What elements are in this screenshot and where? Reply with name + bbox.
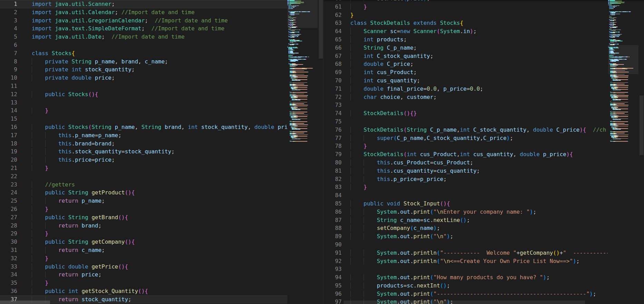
- code-line[interactable]: 31 return c_name;: [0, 246, 287, 254]
- code-line[interactable]: 5import java.util.Date; //Import date an…: [0, 33, 287, 41]
- line-number[interactable]: 31: [0, 246, 17, 254]
- code-line[interactable]: 16 public Stocks(String p_name, String b…: [0, 123, 287, 131]
- line-number[interactable]: 66: [324, 44, 342, 52]
- line-number[interactable]: 69: [324, 68, 342, 77]
- line-number[interactable]: 33: [0, 263, 17, 271]
- line-number[interactable]: 25: [0, 197, 17, 205]
- line-number[interactable]: 82: [324, 175, 342, 183]
- line-number[interactable]: 18: [0, 140, 17, 148]
- code-line[interactable]: 78 }: [324, 142, 608, 150]
- line-number[interactable]: 87: [324, 216, 342, 224]
- code-line[interactable]: 33 public double getPrice(){: [0, 263, 287, 271]
- line-number[interactable]: 80: [324, 159, 342, 167]
- code-line[interactable]: 76 StockDetails(String C_p_name,int C_st…: [324, 126, 608, 134]
- line-number[interactable]: 17: [0, 131, 17, 140]
- line-number[interactable]: 5: [0, 33, 17, 41]
- code-line[interactable]: 34 return price;: [0, 271, 287, 279]
- code-line[interactable]: 60 setPrice(price);: [324, 0, 608, 3]
- code-line[interactable]: 30 public String getCompany(){: [0, 238, 287, 246]
- code-line[interactable]: 92 System.out.println("\n<==Create Your …: [324, 257, 608, 265]
- line-number[interactable]: 7: [0, 49, 17, 58]
- code-line[interactable]: 8 private String p_name, brand, c_name;: [0, 58, 287, 66]
- line-number[interactable]: 14: [0, 107, 17, 115]
- code-line[interactable]: 18 this.brand=brand;: [0, 140, 287, 148]
- code-line[interactable]: 64 Scanner sc=new Scanner(System.in);: [324, 27, 608, 36]
- code-line[interactable]: 87 String c_name=sc.nextLine();: [324, 216, 608, 224]
- code-line[interactable]: 24 public String getProduct(){: [0, 189, 287, 197]
- line-number[interactable]: 8: [0, 58, 17, 66]
- code-line[interactable]: 61 }: [324, 3, 608, 11]
- line-number[interactable]: 15: [0, 115, 17, 123]
- code-line[interactable]: 6: [0, 41, 287, 49]
- right-minimap[interactable]: [608, 0, 638, 304]
- line-number[interactable]: 79: [324, 150, 342, 159]
- code-line[interactable]: 20 this.price=price;: [0, 156, 287, 164]
- line-number[interactable]: 77: [324, 134, 342, 142]
- code-line[interactable]: 94 System.out.print("How many products d…: [324, 273, 608, 282]
- line-number[interactable]: 61: [324, 3, 342, 11]
- code-line[interactable]: 4import java.text.SimpleDateFormat; //Im…: [0, 24, 287, 33]
- line-number[interactable]: 21: [0, 164, 17, 172]
- line-number[interactable]: 20: [0, 156, 17, 164]
- line-number[interactable]: 36: [0, 287, 17, 295]
- code-line[interactable]: 23 //getters: [0, 181, 287, 189]
- line-number[interactable]: 76: [324, 126, 342, 134]
- line-number[interactable]: 70: [324, 77, 342, 85]
- code-line[interactable]: 70 int cus_quantity;: [324, 77, 608, 85]
- code-line[interactable]: 79 StockDetails(int cus_Product,int cus_…: [324, 150, 608, 159]
- line-number[interactable]: 65: [324, 36, 342, 44]
- code-line[interactable]: 80 this.cus_Product=cus_Product;: [324, 159, 608, 167]
- line-number[interactable]: 35: [0, 279, 17, 287]
- line-number[interactable]: 12: [0, 90, 17, 99]
- line-number[interactable]: 13: [0, 99, 17, 107]
- line-number[interactable]: 34: [0, 271, 17, 279]
- line-number[interactable]: 96: [324, 290, 342, 298]
- code-line[interactable]: 85 public void Stock_Input(){: [324, 200, 608, 208]
- line-number[interactable]: 9: [0, 65, 17, 74]
- code-line[interactable]: 86 System.out.print("\nEnter your compan…: [324, 208, 608, 216]
- code-line[interactable]: 2import java.util.Calendar; //Import dat…: [0, 8, 287, 17]
- line-number[interactable]: 84: [324, 191, 342, 200]
- code-line[interactable]: 13: [0, 99, 287, 107]
- right-vertical-scrollbar[interactable]: [639, 0, 644, 304]
- code-line[interactable]: 9 private int stock_quantity;: [0, 65, 287, 74]
- code-line[interactable]: 65 int products;: [324, 36, 608, 44]
- code-line[interactable]: 28 return brand;: [0, 222, 287, 230]
- code-line[interactable]: 88 setCompany(c_name);: [324, 224, 608, 232]
- code-line[interactable]: 15: [0, 115, 287, 123]
- line-number[interactable]: 30: [0, 238, 17, 246]
- line-number[interactable]: 6: [0, 41, 17, 49]
- code-line[interactable]: 82 this.p_price=p_price;: [324, 175, 608, 183]
- line-number[interactable]: 10: [0, 74, 17, 82]
- code-line[interactable]: 11: [0, 82, 287, 90]
- code-line[interactable]: 93: [324, 265, 608, 273]
- code-line[interactable]: 26 }: [0, 205, 287, 213]
- left-vertical-scrollbar-thumb[interactable]: [319, 0, 323, 59]
- line-number[interactable]: 93: [324, 265, 342, 273]
- line-number[interactable]: 88: [324, 224, 342, 232]
- code-line[interactable]: 19 this.stock_quantity=stock_quantity;: [0, 148, 287, 156]
- code-line[interactable]: 66 String C_p_name;: [324, 44, 608, 52]
- code-line[interactable]: 68 double C_price;: [324, 60, 608, 68]
- line-number[interactable]: 62: [324, 11, 342, 19]
- line-number[interactable]: 72: [324, 93, 342, 101]
- line-number[interactable]: 1: [0, 0, 17, 8]
- code-line[interactable]: 67 int C_stock_quantity;: [324, 52, 608, 60]
- code-line[interactable]: 25 return p_name;: [0, 197, 287, 205]
- line-number[interactable]: 95: [324, 282, 342, 290]
- code-line[interactable]: 90: [324, 241, 608, 249]
- line-number[interactable]: 22: [0, 172, 17, 181]
- line-number[interactable]: 23: [0, 181, 17, 189]
- code-line[interactable]: 62}: [324, 11, 608, 19]
- code-line[interactable]: 12 public Stocks(){: [0, 90, 287, 99]
- line-number[interactable]: 83: [324, 183, 342, 191]
- line-number[interactable]: 27: [0, 213, 17, 222]
- right-vertical-scrollbar-thumb[interactable]: [640, 95, 644, 155]
- code-line[interactable]: 77 super(C_p_name,C_stock_quantity,C_pri…: [324, 134, 608, 142]
- left-horizontal-scrollbar[interactable]: [0, 301, 287, 304]
- line-number[interactable]: 28: [0, 222, 17, 230]
- line-number[interactable]: 89: [324, 232, 342, 241]
- code-line[interactable]: 83 }: [324, 183, 608, 191]
- code-line[interactable]: 72 char choice, customer;: [324, 93, 608, 101]
- line-number[interactable]: 90: [324, 241, 342, 249]
